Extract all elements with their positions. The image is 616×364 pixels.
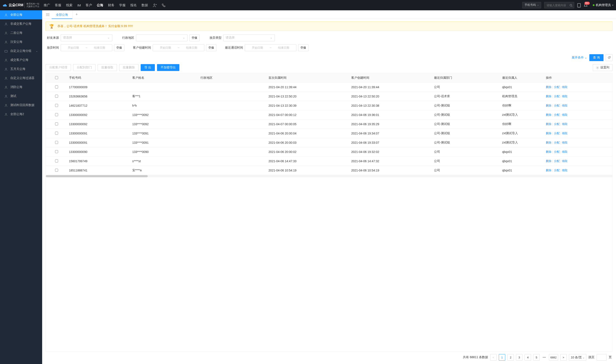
sidebar-item-全部公海[interactable]: 全部公海 <box>0 10 42 19</box>
sidebar-item-注安公海[interactable]: 注安公海 <box>0 38 42 46</box>
sidebar-item-全部公海2[interactable]: 全部公海2 <box>0 110 42 119</box>
claim-link[interactable]: 领取 <box>562 141 568 144</box>
nav-item-线索[interactable]: 线索 <box>66 3 73 7</box>
date-range-input[interactable]: 开始日期~结束日期 <box>61 44 112 51</box>
assign-link[interactable]: 分配 <box>554 113 560 117</box>
nav-item-公海[interactable]: 公海 <box>97 3 103 7</box>
search-icon[interactable] <box>570 3 573 7</box>
nav-item-推广[interactable]: 推广 <box>44 3 50 7</box>
row-checkbox[interactable] <box>55 141 58 144</box>
date-range-input[interactable]: 开始日期~结束日期 <box>245 44 296 51</box>
row-checkbox[interactable] <box>55 104 58 107</box>
page-1[interactable]: 1 <box>499 354 505 361</box>
clear-button[interactable]: 空值 <box>206 44 216 51</box>
sidebar-item-测试昨日回库数据[interactable]: 测试昨日回库数据 <box>0 101 42 110</box>
refresh-button[interactable] <box>606 54 613 61</box>
assign-link[interactable]: 分配 <box>554 131 560 135</box>
page-2[interactable]: 2 <box>507 354 514 361</box>
bell-icon[interactable]: 99+ <box>584 3 588 8</box>
horizontal-scrollbar[interactable] <box>46 175 612 177</box>
sidebar-item-自定义公海分组[interactable]: 自定义公海分组⌄ <box>0 46 42 55</box>
expand-filters-link[interactable]: 展开条件 ⌄ <box>572 56 587 60</box>
sidebar-item-消防公海[interactable]: 消防公海 <box>0 83 42 92</box>
search-type-select[interactable]: 手机号码 <box>522 2 541 8</box>
tablet-icon[interactable] <box>577 3 581 7</box>
phone-icon[interactable] <box>162 3 166 8</box>
nav-item-财务[interactable]: 财务 <box>108 3 115 7</box>
filter-select[interactable]: 请选择 <box>61 34 112 41</box>
filter-select[interactable] <box>136 34 188 41</box>
page-last[interactable]: 6882 <box>549 354 558 361</box>
nav-item-报名[interactable]: 报名 <box>130 3 137 7</box>
jump-input[interactable] <box>597 354 606 361</box>
clear-button[interactable]: 空值 <box>114 44 124 51</box>
action-不加密导出[interactable]: 不加密导出 <box>157 64 179 71</box>
page-5[interactable]: 5 <box>533 354 540 361</box>
page-4[interactable]: 4 <box>525 354 531 361</box>
page-size-select[interactable]: 10 条/页 <box>569 354 586 361</box>
assign-link[interactable]: 分配 <box>554 159 560 163</box>
delete-link[interactable]: 删除 <box>546 104 552 108</box>
sidebar-item-五月天公海[interactable]: 五月天公海 <box>0 65 42 74</box>
sidebar-item-二咨公海[interactable]: 二咨公海 <box>0 28 42 38</box>
assign-link[interactable]: 分配 <box>554 94 560 98</box>
prev-page-button[interactable]: < <box>490 354 497 361</box>
delete-link[interactable]: 删除 <box>546 131 552 135</box>
claim-link[interactable]: 领取 <box>562 150 568 154</box>
query-button[interactable]: 查 询 <box>589 54 603 61</box>
delete-link[interactable]: 删除 <box>546 122 552 126</box>
clear-button[interactable]: 空值 <box>298 44 308 51</box>
row-checkbox[interactable] <box>55 169 58 172</box>
date-range-input[interactable]: 开始日期~结束日期 <box>153 44 204 51</box>
claim-link[interactable]: 领取 <box>562 85 568 89</box>
sidebar-item-成交客户公海[interactable]: 成交客户公海 <box>0 55 42 65</box>
assign-link[interactable]: 分配 <box>554 169 560 172</box>
delete-link[interactable]: 删除 <box>546 94 552 98</box>
user-add-icon[interactable] <box>153 3 157 7</box>
sidebar-item-测试[interactable]: 测试 <box>0 92 42 101</box>
row-checkbox[interactable] <box>55 113 58 116</box>
row-checkbox[interactable] <box>55 150 58 153</box>
delete-link[interactable]: 删除 <box>546 169 552 172</box>
logo[interactable]: 云朵CRM 教育机构一站 式服务云平台 <box>3 3 39 8</box>
next-page-button[interactable]: > <box>560 354 567 361</box>
page-3[interactable]: 3 <box>516 354 522 361</box>
row-checkbox[interactable] <box>55 159 58 162</box>
sidebar-item-自定义公海过滤器[interactable]: 自定义公海过滤器 <box>0 74 42 83</box>
filter-select[interactable]: 请选择 <box>223 34 275 41</box>
tab-add-button[interactable]: + <box>73 12 81 17</box>
assign-link[interactable]: 分配 <box>554 122 560 126</box>
claim-link[interactable]: 领取 <box>562 104 568 108</box>
claim-link[interactable]: 领取 <box>562 131 568 135</box>
claim-link[interactable]: 领取 <box>562 159 568 163</box>
row-checkbox[interactable] <box>55 85 58 88</box>
delete-link[interactable]: 删除 <box>546 113 552 117</box>
row-checkbox[interactable] <box>55 122 58 125</box>
nav-item-IM[interactable]: IM <box>77 3 81 7</box>
row-checkbox[interactable] <box>55 95 58 98</box>
assign-link[interactable]: 分配 <box>554 141 560 144</box>
user-menu[interactable]: 机构管理员 ▾ <box>593 3 613 7</box>
tab-全部公海[interactable]: 全部公海 <box>52 10 73 19</box>
row-checkbox[interactable] <box>55 132 58 135</box>
assign-link[interactable]: 分配 <box>554 85 560 89</box>
action-导 出[interactable]: 导 出 <box>141 64 155 71</box>
delete-link[interactable]: 删除 <box>546 85 552 89</box>
nav-item-客服[interactable]: 客服 <box>55 3 61 7</box>
delete-link[interactable]: 删除 <box>546 141 552 144</box>
claim-link[interactable]: 领取 <box>562 113 568 117</box>
column-settings-button[interactable]: 设置列 <box>593 64 613 71</box>
nav-item-数据[interactable]: 数据 <box>141 3 148 7</box>
delete-link[interactable]: 删除 <box>546 159 552 163</box>
assign-link[interactable]: 分配 <box>554 150 560 154</box>
nav-item-客户[interactable]: 客户 <box>86 3 92 7</box>
tabs-collapse-icon[interactable] <box>44 13 52 17</box>
assign-link[interactable]: 分配 <box>554 104 560 108</box>
delete-link[interactable]: 删除 <box>546 150 552 154</box>
sidebar-item-非成交客户公海[interactable]: 非成交客户公海 <box>0 19 42 28</box>
claim-link[interactable]: 领取 <box>562 94 568 98</box>
claim-link[interactable]: 领取 <box>562 169 568 172</box>
clear-button[interactable]: 空值 <box>189 34 200 41</box>
claim-link[interactable]: 领取 <box>562 122 568 126</box>
nav-item-学服[interactable]: 学服 <box>119 3 126 7</box>
